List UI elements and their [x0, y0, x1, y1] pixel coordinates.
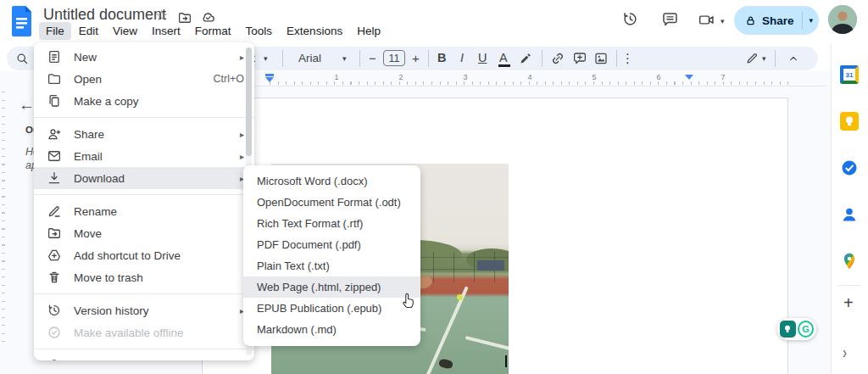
version-history-icon[interactable] — [621, 10, 639, 28]
italic-button[interactable]: I — [460, 51, 464, 64]
show-side-panel-icon[interactable]: › — [843, 342, 847, 362]
font-size-decrease-button[interactable]: − — [369, 51, 376, 65]
tasks-icon[interactable] — [840, 159, 859, 177]
new-document-icon — [47, 49, 62, 64]
first-line-indent-marker[interactable] — [265, 77, 274, 82]
menu-extensions[interactable]: Extensions — [280, 22, 349, 40]
meet-camera-icon[interactable] — [698, 11, 715, 29]
menu-item-share[interactable]: Share ▸ — [34, 123, 254, 145]
ruler-number: 2 — [398, 73, 403, 81]
hide-menus-icon[interactable] — [787, 52, 800, 65]
court-line — [465, 336, 509, 354]
menu-view[interactable]: View — [106, 22, 144, 40]
share-divider — [802, 12, 803, 29]
toolbar-divider — [282, 50, 283, 67]
close-outline-arrow-icon[interactable]: ← — [19, 96, 35, 114]
calendar-icon[interactable]: 31 — [840, 65, 859, 84]
toolbar-divider — [775, 50, 776, 67]
submenu-item-html-zipped[interactable]: Web Page (.html, zipped) — [243, 276, 420, 298]
text-color-button[interactable]: A — [499, 51, 508, 64]
submenu-item-docx[interactable]: Microsoft Word (.docx) — [243, 170, 420, 192]
toolbar-divider — [428, 50, 429, 67]
maps-icon[interactable] — [840, 252, 859, 271]
menu-scrollbar-thumb[interactable] — [246, 47, 252, 156]
menu-item-move[interactable]: Move — [34, 222, 254, 244]
submenu-item-epub[interactable]: EPUB Publication (.epub) — [243, 298, 420, 319]
style-dropdown-icon[interactable]: ▾ — [264, 54, 268, 63]
menu-divider — [34, 117, 254, 118]
menu-divider — [34, 349, 254, 349]
document-title[interactable]: Untitled document — [43, 6, 166, 24]
submenu-item-txt[interactable]: Plain Text (.txt) — [243, 255, 420, 276]
menu-item-make-a-copy[interactable]: Make a copy — [34, 90, 254, 112]
court-sign — [477, 260, 504, 271]
open-folder-icon — [47, 71, 62, 87]
font-size-input[interactable]: 11 — [383, 50, 405, 66]
account-avatar[interactable] — [828, 5, 857, 34]
share-button[interactable]: Share ▾ — [734, 6, 819, 35]
player-shoe — [438, 358, 453, 369]
move-folder-icon — [47, 226, 62, 241]
grammarly-suggestion-icon — [780, 321, 796, 338]
editing-mode-dropdown-icon[interactable]: ▾ — [762, 54, 766, 63]
right-indent-marker[interactable] — [685, 75, 693, 80]
ruler-number: 7 — [721, 73, 725, 81]
menu-item-add-shortcut-to-drive[interactable]: Add shortcut to Drive — [34, 244, 254, 266]
font-size-increase-button[interactable]: + — [412, 51, 420, 65]
menu-item-open[interactable]: Open Ctrl+O — [34, 68, 254, 90]
grammarly-logo-icon: G — [798, 321, 814, 338]
underline-button[interactable]: U — [478, 51, 487, 64]
camera-dropdown-icon[interactable]: ▾ — [721, 17, 725, 25]
menu-file[interactable]: File — [39, 22, 71, 40]
add-comment-icon[interactable] — [572, 51, 587, 66]
share-dropdown-icon[interactable]: ▾ — [810, 16, 814, 25]
submenu-item-rtf[interactable]: Rich Text Format (.rtf) — [243, 213, 420, 234]
menu-item-rename[interactable]: Rename — [34, 200, 254, 222]
menu-item-make-available-offline[interactable]: Make available offline — [34, 321, 254, 343]
get-addons-button[interactable]: + — [843, 293, 854, 313]
menu-help[interactable]: Help — [350, 22, 387, 40]
contacts-icon[interactable] — [840, 205, 859, 224]
trash-icon — [47, 270, 62, 285]
menu-item-download[interactable]: Download ▸ — [34, 167, 254, 189]
rename-pencil-icon — [47, 204, 62, 219]
download-submenu: Microsoft Word (.docx) OpenDocument Form… — [243, 165, 420, 346]
comments-icon[interactable] — [661, 10, 679, 28]
insert-image-icon[interactable] — [593, 51, 609, 66]
lock-icon — [744, 14, 757, 27]
grammarly-widget[interactable]: G — [777, 318, 816, 340]
left-indent-marker[interactable] — [265, 74, 274, 76]
font-dropdown-icon[interactable]: ▾ — [342, 54, 347, 63]
menu-bar: File Edit View Insert Format Tools Exten… — [39, 22, 387, 40]
submenu-arrow-icon: ▸ — [240, 130, 244, 139]
submenu-item-md[interactable]: Markdown (.md) — [243, 319, 420, 340]
menu-item-move-to-trash[interactable]: Move to trash — [34, 266, 254, 288]
share-person-icon — [47, 126, 62, 142]
copy-icon — [47, 93, 62, 109]
search-icon[interactable] — [14, 51, 30, 66]
more-tools-button[interactable]: ⋮ — [621, 51, 634, 66]
text-color-swatch — [498, 64, 510, 67]
menu-item-version-history[interactable]: Version history ▸ — [34, 299, 254, 321]
menu-item-email[interactable]: Email ▸ — [34, 145, 254, 167]
submenu-item-pdf[interactable]: PDF Document (.pdf) — [243, 234, 420, 255]
toolbar-divider — [616, 50, 617, 67]
insert-link-icon[interactable] — [550, 51, 565, 66]
menu-format[interactable]: Format — [188, 22, 238, 40]
menu-tools[interactable]: Tools — [239, 22, 280, 40]
submenu-arrow-icon: ▸ — [240, 152, 244, 161]
font-select[interactable]: Arial — [298, 52, 321, 64]
submenu-item-odt[interactable]: OpenDocument Format (.odt) — [243, 192, 420, 213]
side-panel-divider — [837, 285, 861, 286]
highlight-color-icon[interactable] — [519, 51, 533, 65]
menu-item-details[interactable]: Details — [34, 354, 254, 360]
docs-logo-icon[interactable] — [10, 5, 34, 37]
editing-mode-icon[interactable] — [745, 51, 760, 65]
menu-item-new[interactable]: New ▸ — [34, 46, 254, 68]
ruler-number: 5 — [592, 73, 596, 81]
bold-button[interactable]: B — [437, 51, 446, 64]
menu-edit[interactable]: Edit — [72, 22, 105, 40]
menu-insert[interactable]: Insert — [145, 22, 187, 40]
keep-icon[interactable] — [840, 112, 859, 131]
ruler-number: 1 — [334, 73, 338, 81]
